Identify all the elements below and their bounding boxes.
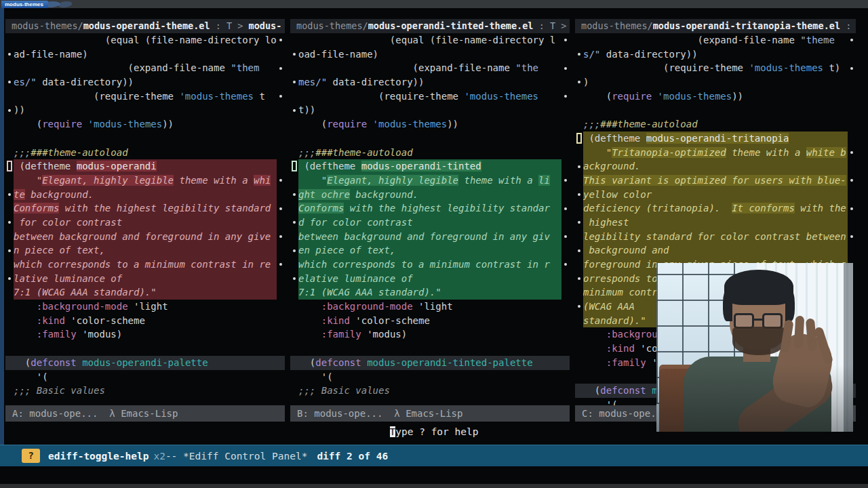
right-fringe bbox=[561, 188, 570, 202]
code-text: ;;;###theme-autoload bbox=[583, 117, 848, 131]
breadcrumb-segment: > bbox=[232, 20, 248, 31]
code-text: oad-file-name) bbox=[298, 47, 561, 62]
right-fringe bbox=[848, 230, 856, 244]
code-segment: theme with a bbox=[458, 175, 538, 186]
code-text: s/" data-directory)) bbox=[583, 47, 848, 62]
code-text: (require 'modus-themes)) bbox=[298, 117, 561, 131]
code-line: background and bbox=[575, 243, 856, 258]
right-fringe bbox=[561, 314, 570, 328]
code-segment: background and bbox=[583, 245, 669, 256]
code-segment bbox=[583, 343, 606, 354]
code-segment: (require-theme bbox=[14, 91, 179, 102]
wrap-indicator-icon bbox=[293, 109, 296, 112]
webcam-person-hair bbox=[724, 270, 793, 305]
left-fringe bbox=[575, 61, 583, 75]
left-fringe bbox=[5, 285, 14, 300]
code-segment: )) bbox=[14, 104, 25, 115]
left-fringe bbox=[575, 384, 583, 398]
right-fringe bbox=[277, 75, 285, 89]
left-fringe bbox=[575, 258, 583, 272]
wrap-indicator-icon bbox=[564, 95, 567, 98]
code-line: 7:1 (WCAG AAA standard)." bbox=[290, 285, 570, 300]
webcam-person-beard bbox=[732, 327, 785, 355]
code-text: ;;; Basic values bbox=[14, 384, 277, 398]
wrap-indicator-icon bbox=[8, 249, 11, 252]
ediff-buffer-a[interactable]: modus-themes/modus-operandi-theme.el : T… bbox=[5, 19, 285, 398]
code-segment: 'light bbox=[413, 301, 453, 312]
code-segment: (equal (file-name-directory l bbox=[298, 35, 555, 45]
code-line bbox=[575, 103, 856, 117]
right-fringe bbox=[277, 117, 285, 131]
code-text bbox=[298, 342, 561, 356]
code-line bbox=[290, 131, 570, 146]
code-segment: es/" bbox=[14, 77, 37, 87]
code-segment: defconst bbox=[31, 357, 76, 368]
code-segment: between background and foreground in any… bbox=[298, 231, 550, 242]
code-segment: :kind bbox=[321, 315, 350, 326]
right-fringe bbox=[277, 356, 285, 370]
left-fringe bbox=[575, 243, 583, 258]
code-segment bbox=[14, 301, 37, 312]
code-text: d for color contrast bbox=[298, 216, 561, 230]
code-line: (expand-file-name "theme bbox=[575, 33, 856, 47]
wrap-indicator-icon bbox=[850, 39, 853, 41]
wrap-indicator-icon bbox=[293, 249, 296, 252]
code-segment: t bbox=[254, 91, 265, 102]
right-fringe bbox=[848, 159, 856, 174]
code-segment: ght ochre bbox=[298, 189, 350, 200]
tab-modus-themes[interactable]: modus-themes bbox=[1, 1, 48, 8]
code-text: 7:1 (WCAG AAA standard)." bbox=[14, 285, 277, 300]
right-fringe bbox=[561, 258, 570, 272]
breadcrumb-segment: T bbox=[226, 20, 232, 31]
webcam-person-finger bbox=[794, 316, 804, 349]
code-segment: (expand-file-name bbox=[583, 35, 800, 45]
code-segment: 'color-scheme bbox=[65, 315, 145, 326]
code-text: :background-mode 'light bbox=[298, 300, 561, 314]
left-fringe bbox=[575, 370, 583, 384]
wrap-indicator-icon bbox=[578, 305, 580, 308]
left-fringe bbox=[5, 314, 14, 328]
code-text: ;;;###theme-autoload bbox=[14, 146, 277, 160]
echo-message: ype ? for help bbox=[395, 426, 478, 437]
code-text: ;;;###theme-autoload bbox=[298, 146, 561, 160]
ediff-diff-counter: diff 2 of 46 bbox=[317, 451, 388, 462]
left-fringe bbox=[290, 103, 298, 117]
wrap-indicator-icon bbox=[8, 193, 11, 196]
code-text: (require 'modus-themes)) bbox=[583, 89, 848, 104]
left-fringe bbox=[575, 327, 583, 342]
code-area-a[interactable]: (equal (file-name-directory load-file-na… bbox=[5, 33, 285, 398]
left-fringe bbox=[575, 342, 583, 356]
code-area-b[interactable]: (equal (file-name-directory load-file-na… bbox=[290, 33, 570, 398]
wrap-indicator-icon bbox=[564, 207, 567, 210]
code-text: ad-file-name) bbox=[14, 47, 277, 62]
code-text: ght ochre background. bbox=[298, 188, 561, 202]
left-fringe bbox=[290, 285, 298, 300]
right-fringe bbox=[561, 146, 570, 160]
wrap-indicator-icon bbox=[578, 193, 580, 196]
code-segment: ;;; bbox=[583, 119, 600, 129]
code-text: ackground. bbox=[583, 159, 848, 174]
ediff-buffer-b[interactable]: modus-themes/modus-operandi-tinted-theme… bbox=[290, 19, 570, 398]
wrap-indicator-icon bbox=[293, 277, 296, 280]
left-fringe bbox=[575, 75, 583, 89]
wrap-indicator-icon bbox=[850, 235, 853, 238]
left-fringe bbox=[290, 300, 298, 314]
left-fringe bbox=[290, 159, 298, 174]
right-fringe bbox=[277, 103, 285, 117]
breadcrumb-segment: > bbox=[555, 20, 566, 31]
code-segment: white b bbox=[806, 147, 846, 158]
left-fringe bbox=[5, 201, 14, 216]
right-fringe bbox=[848, 33, 856, 47]
left-fringe bbox=[5, 75, 14, 89]
right-fringe bbox=[277, 33, 285, 47]
code-segment: modus-operandi-tritanopia bbox=[646, 133, 789, 144]
wrap-indicator-icon bbox=[293, 81, 296, 83]
left-fringe bbox=[575, 174, 583, 188]
code-segment: (equal (file-name-directory lo bbox=[14, 35, 277, 45]
left-fringe bbox=[575, 159, 583, 174]
code-segment: mes/" bbox=[298, 77, 327, 87]
ediff-control-panel[interactable]: ? ediff-toggle-help x2 -- *Ediff Control… bbox=[0, 445, 868, 466]
code-segment: data-directory)) bbox=[37, 77, 134, 87]
left-fringe bbox=[290, 384, 298, 398]
code-segment: n piece of text, bbox=[14, 245, 105, 256]
